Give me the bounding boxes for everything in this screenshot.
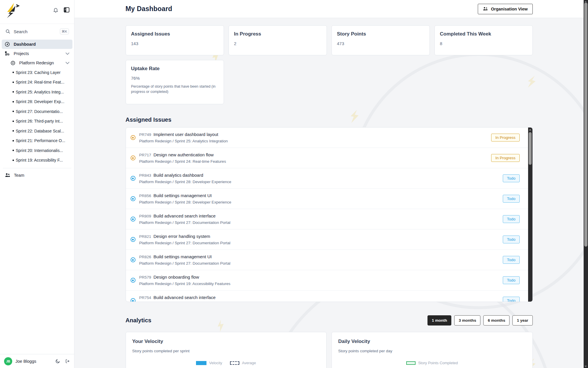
sidebar-item-sprint[interactable]: Sprint 26: Third-party Int... (2, 116, 72, 126)
sprint-list: Sprint 23: Caching Layer Sprint 24: Real… (2, 68, 72, 165)
projects-hierarchy-icon (5, 51, 10, 56)
chevron-down-icon (65, 52, 70, 55)
issues-scrollbar-track[interactable] (528, 128, 532, 302)
daily-velocity-chart-card: Daily Velocity Story points completed pe… (332, 332, 533, 368)
stat-card-in-progress: In Progress 2 (229, 25, 327, 55)
page-title: My Dashboard (126, 5, 172, 13)
stat-card-assigned-issues: Assigned Issues 143 (126, 25, 224, 55)
issue-status-circle-dot-icon (131, 257, 136, 262)
issue-row[interactable]: PR749Implement user dashboard layout Pla… (126, 128, 532, 148)
issue-row[interactable]: PR579Design onboarding flow Platform Red… (126, 270, 532, 291)
project-target-icon (10, 61, 15, 66)
page-scrollbar-thumb[interactable] (584, 3, 587, 247)
range-button[interactable]: 6 months (483, 315, 509, 325)
issue-title: Design onboarding flow (154, 275, 199, 279)
stat-value: 8 (440, 41, 527, 46)
stat-value: 76% (131, 76, 218, 81)
issue-title: Build advanced search interface (154, 295, 215, 300)
dark-mode-moon-icon[interactable] (55, 359, 60, 364)
chevron-down-icon (65, 62, 70, 64)
stat-card-story-points: Story Points 473 (332, 25, 430, 55)
issue-status-circle-dot-icon (131, 298, 136, 302)
page-scrollbar-track[interactable] (584, 0, 588, 368)
range-button[interactable]: 1 month (427, 315, 452, 325)
issues-scrollbar-thumb[interactable] (529, 132, 532, 165)
stat-title: Uptake Rate (131, 66, 218, 72)
dashboard-gauge-icon (5, 42, 10, 47)
issue-row[interactable]: PR826Build settings management UI Platfo… (126, 250, 532, 270)
issue-id: PR843 (139, 173, 151, 178)
issue-status-circle-dot-icon (131, 278, 136, 283)
sidebar-item-sprint[interactable]: Sprint 27: Documentatio... (2, 107, 72, 116)
organisation-view-button[interactable]: Organisation View (478, 4, 532, 14)
sidebar-toggle-icon[interactable] (64, 7, 70, 13)
sidebar-item-sprint[interactable]: Sprint 19: Accessibility F... (2, 155, 72, 165)
range-button[interactable]: 1 year (512, 315, 532, 325)
issue-id: PR754 (139, 296, 151, 300)
scrollbar-up-arrow-icon[interactable] (585, 1, 587, 2)
sidebar-item-projects[interactable]: Projects (2, 49, 72, 58)
issue-row[interactable]: PR856Build settings management UI Platfo… (126, 189, 532, 209)
legend-label: Velocity (209, 361, 222, 365)
sidebar-item-sprint[interactable]: Sprint 24: Real-time Feat... (2, 77, 72, 87)
sidebar-item-sprint[interactable]: Sprint 28: Developer Exp... (2, 97, 72, 107)
issue-id: PR749 (139, 132, 151, 137)
logout-icon[interactable] (65, 359, 70, 364)
issue-status-circle-dot-icon (131, 176, 136, 181)
sprint-label: Sprint 24: Real-time Feat... (16, 80, 64, 84)
team-people-icon (5, 173, 10, 178)
issue-row[interactable]: PR717Design new authentication flow Plat… (126, 148, 532, 168)
issue-row[interactable]: PR843Build analytics dashboard Platform … (126, 168, 532, 189)
sidebar-item-sprint[interactable]: Sprint 20: Internationalis... (2, 146, 72, 155)
stat-value: 2 (234, 41, 321, 46)
issues-list: PR749Implement user dashboard layout Pla… (126, 128, 532, 302)
assigned-issues-heading: Assigned Issues (126, 116, 533, 123)
status-badge: Todo (503, 236, 519, 243)
content-scroll-region: Assigned Issues 143 In Progress 2 Story … (74, 18, 584, 368)
sidebar-item-dashboard[interactable]: Dashboard (2, 40, 72, 49)
issue-context: Platform Redesign / Sprint 27: Documenta… (139, 241, 231, 245)
sidebar-item-sprint[interactable]: Sprint 25: Analytics Integ... (2, 87, 72, 97)
scrollbar-down-arrow-icon[interactable] (585, 366, 587, 367)
notifications-bell-icon[interactable] (53, 7, 58, 13)
legend-label: Story Points Completed (418, 361, 458, 365)
issue-title: Build analytics dashboard (154, 173, 203, 178)
chart-subtitle: Story points completed per day (338, 349, 526, 353)
range-button[interactable]: 3 months (454, 315, 480, 325)
issue-status-circle-dot-icon (131, 155, 136, 160)
organisation-view-label: Organisation View (491, 7, 528, 11)
status-badge: Todo (503, 195, 519, 203)
sprint-label: Sprint 20: Internationalis... (16, 148, 63, 153)
issue-title: Build settings management UI (154, 254, 212, 259)
sidebar-item-label: Dashboard (14, 42, 36, 47)
issue-id: PR717 (139, 153, 151, 157)
sprint-label: Sprint 27: Documentatio... (16, 109, 63, 114)
sidebar-nav: Dashboard Projects (0, 39, 74, 354)
issue-context: Platform Redesign / Sprint 27: Documenta… (139, 261, 231, 266)
sidebar-item-team[interactable]: Team (2, 171, 72, 180)
issue-status-circle-dot-icon (131, 196, 136, 201)
your-velocity-chart-card: Your Velocity Story points completed per… (126, 332, 327, 368)
issue-row[interactable]: PR809Build advanced search interface Pla… (126, 209, 532, 229)
story-points-legend-swatch (406, 361, 416, 365)
sidebar-header (0, 0, 74, 24)
user-row: JB Joe Bloggs (0, 354, 74, 368)
issue-status-circle-dot-icon (131, 217, 136, 222)
issue-row[interactable]: PR754Build advanced search interface Pla… (126, 291, 532, 302)
scrollbar-up-arrow-icon[interactable] (529, 129, 531, 130)
main-area: My Dashboard Organisation View (74, 0, 584, 368)
sprint-label: Sprint 22: Database Scal... (16, 129, 64, 133)
status-badge: Todo (503, 256, 519, 264)
stat-value: 143 (131, 41, 218, 46)
issue-context: Platform Redesign / Sprint 25: Analytics… (139, 139, 228, 143)
sidebar-item-sprint[interactable]: Sprint 22: Database Scal... (2, 126, 72, 136)
sidebar-item-sprint[interactable]: Sprint 23: Caching Layer (2, 68, 72, 77)
issue-context: Platform Redesign / Sprint 28: Developer… (139, 200, 231, 204)
sprint-label: Sprint 23: Caching Layer (16, 70, 60, 75)
charts-grid: Your Velocity Story points completed per… (126, 332, 533, 368)
sidebar-item-sprint[interactable]: Sprint 21: Performance O... (2, 136, 72, 146)
search-input[interactable]: Search ⌘K (0, 24, 74, 39)
analytics-heading: Analytics (126, 317, 152, 324)
sidebar-item-platform-redesign[interactable]: Platform Redesign (2, 58, 72, 68)
issue-row[interactable]: PR821Design error handling system Platfo… (126, 229, 532, 250)
